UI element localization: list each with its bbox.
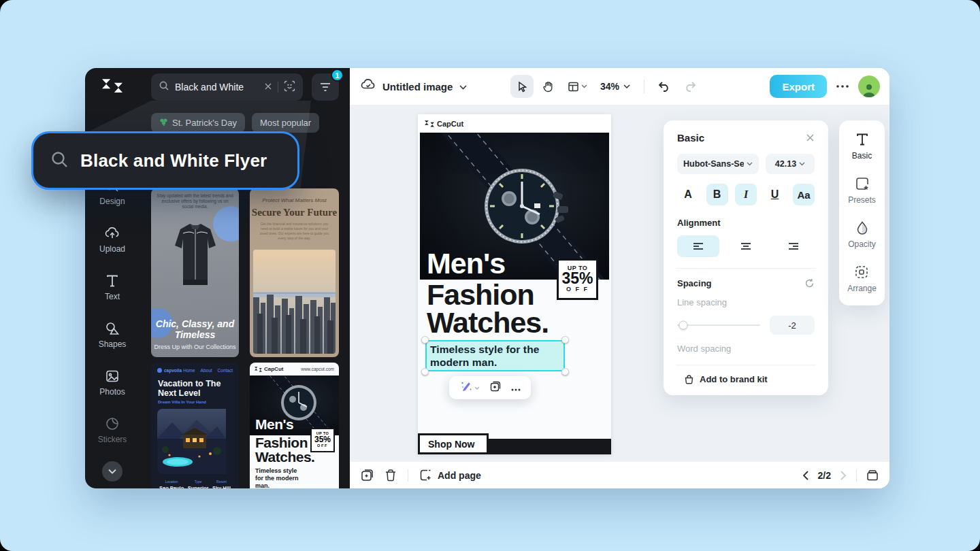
previous-page-icon[interactable] [802,471,808,480]
tag-label: Most popular [260,118,311,128]
sidebar-item-upload[interactable]: Upload [99,226,125,254]
more-options-icon[interactable] [511,382,521,394]
slider-thumb[interactable] [679,321,687,330]
case-button[interactable]: Aa [793,184,815,205]
italic-button[interactable]: I [735,184,757,205]
sidebar-item-text[interactable]: Text [105,273,120,301]
mini-brand: capvoila [157,368,182,373]
editor-area: Untitled image [350,68,889,488]
callout-search-text: Black and White Flyer [80,150,267,171]
magic-edit-icon[interactable] [460,380,472,395]
discount-badge[interactable]: UP TO 35% O F F [557,258,598,300]
add-to-brand-kit-button[interactable]: Add to brand kit [677,374,815,384]
image-search-icon[interactable] [284,80,295,95]
search-callout[interactable]: Black and White Flyer [31,131,299,190]
template-grid: Stay updated with the latest trends and … [151,188,339,488]
editor-toolbar: Untitled image [350,68,889,105]
template-subtitle: Dress Up with Our Collections [151,344,239,350]
zoom-control[interactable]: 34% [600,81,630,92]
delete-page-icon[interactable] [385,469,397,482]
line-spacing-label: Line spacing [677,297,815,307]
shop-now-button[interactable]: Shop Now [418,433,489,454]
align-center-button[interactable] [725,235,767,257]
filter-button[interactable]: 1 [312,73,339,101]
duplicate-page-icon[interactable] [361,469,374,482]
close-icon[interactable] [806,133,815,142]
user-avatar[interactable] [858,76,880,97]
redo-button[interactable] [679,75,702,98]
export-button[interactable]: Export [770,75,827,98]
filter-badge: 1 [331,69,344,82]
tagline-line2: modern man. [430,356,560,369]
flyer-header: CapCut [418,114,611,133]
canvas-workspace[interactable]: CapCut [350,105,889,461]
capcut-logo[interactable] [85,79,140,93]
chevron-down-icon[interactable] [459,80,467,93]
resize-handle-bottom-left[interactable] [421,368,429,375]
canvas-page[interactable]: CapCut [418,114,611,454]
headline-line2[interactable]: Fashion [427,280,534,310]
tag-most-popular[interactable]: Most popular [252,113,319,133]
align-right-button[interactable] [772,235,815,257]
cloud-sync-icon [361,78,376,95]
rail-item-opacity[interactable]: Opacity [848,220,876,249]
more-options-icon[interactable] [836,85,849,88]
tags-row: St. Patrick's Day Most popular [151,113,339,133]
mini-flyer-header: CapCut www.capcut.com [250,363,339,375]
brand-kit-bag-icon [684,374,694,384]
layout-tool-button[interactable] [562,75,592,98]
reset-spacing-icon[interactable] [804,278,815,288]
add-page-button[interactable]: Add page [419,469,481,482]
screenshot-background: Black and White 1 [0,0,980,551]
template-caption: Chic, Classy, and Timeless Dress Up with… [151,318,239,350]
chevron-down-icon[interactable] [474,386,480,390]
search-input[interactable]: Black and White [151,73,303,101]
capcut-logo-canvas [425,120,434,127]
search-row: Black and White 1 [151,73,339,101]
headline-line3[interactable]: Watches. [427,308,549,337]
bold-button[interactable]: B [706,184,728,205]
template-card-fashion[interactable]: Stay updated with the latest trends and … [151,188,239,357]
hand-tool-button[interactable] [536,75,559,98]
share-export-icon[interactable] [866,469,879,481]
align-left-button[interactable] [677,235,719,257]
right-tool-rail: Basic Presets Opacity Arrange [839,120,885,305]
villa-photo [157,409,233,474]
rail-item-arrange[interactable]: Arrange [847,265,877,293]
tag-label: St. Patrick's Day [172,118,237,128]
next-page-icon[interactable] [840,471,847,480]
tag-st-patricks-day[interactable]: St. Patrick's Day [151,113,245,133]
line-spacing-slider[interactable] [677,324,760,326]
selected-text-box[interactable]: Timeless style for the modern man. [425,340,565,371]
duplicate-icon[interactable] [490,381,501,395]
template-card-watch-flyer[interactable]: CapCut www.capcut.com Men's Fashion Watc… [250,363,339,488]
font-family-select[interactable]: Hubot-Sans-Sem [677,154,759,174]
sidebar-item-photos[interactable]: Photos [99,369,125,397]
resize-handle-bottom-right[interactable] [561,368,569,375]
rail-item-presets[interactable]: Presets [848,176,876,205]
sidebar-item-stickers[interactable]: Stickers [98,416,127,444]
resize-handle-top-left[interactable] [421,336,429,344]
template-card-finance[interactable]: Protect What Matters Most Secure Your Fu… [250,188,339,357]
underline-button[interactable]: U [764,184,786,205]
resize-handle-top-right[interactable] [561,336,569,344]
font-size-select[interactable]: 42.13 [766,154,815,174]
headline-line1[interactable]: Men's [427,249,505,278]
sidebar-item-shapes[interactable]: Shapes [99,321,127,349]
flyer-brand: CapCut [437,120,463,128]
line-spacing-value[interactable]: -2 [770,316,815,335]
panel-divider [676,268,816,269]
clear-search-icon[interactable] [264,81,272,93]
rail-item-basic[interactable]: Basic [852,132,872,161]
presets-icon [855,176,870,191]
document-title[interactable]: Untitled image [382,81,453,93]
template-card-travel[interactable]: capvoila Home About Contact Vacation to … [151,363,239,488]
mini-columns: LocationSao Paulo TypeSuperior ResortSky… [151,474,239,488]
jacket-image [163,220,228,297]
select-tool-button[interactable] [510,75,534,98]
undo-button[interactable] [653,75,676,98]
text-color-button[interactable]: A [677,184,699,205]
opacity-droplet-icon [855,220,870,235]
mini-nav-links: Home About Contact [183,368,233,373]
sidebar-expand-button[interactable] [102,461,122,482]
